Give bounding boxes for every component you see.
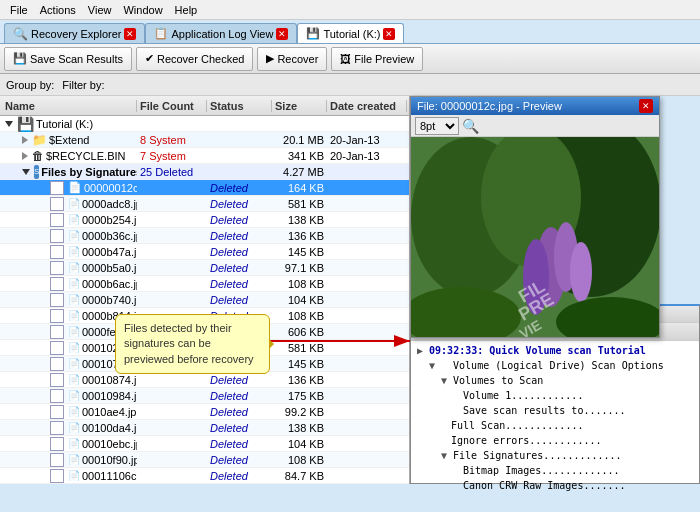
table-row[interactable]: 📄0000adc8.jpgDeleted581 KB (0, 196, 409, 212)
output-line: Volume 1............ (415, 388, 695, 403)
recover-checked-button[interactable]: ✔ Recover Checked (136, 47, 253, 71)
menu-actions[interactable]: Actions (34, 3, 82, 17)
output-line: ▶ 09:32:33: Quick Volume scan Tutorial (415, 343, 695, 358)
tab-close-tutorial[interactable]: ✕ (383, 28, 395, 40)
file-name: 🗑 $RECYCLE.BIN (2, 149, 137, 163)
callout-bubble: Files detected by their signatures can b… (115, 314, 270, 374)
output-line: Bitmap Images............. (415, 463, 695, 478)
file-name: 📄00010984.jpg (2, 389, 137, 403)
table-row[interactable]: 📄0000b6ac.jpgDeleted108 KB (0, 276, 409, 292)
table-row[interactable]: 📁 $Extend 8 System 20.1 MB 20-Jan-13 (0, 132, 409, 148)
table-row[interactable]: 📄00010984.jpgDeleted175 KB (0, 388, 409, 404)
recover-icon: ▶ (266, 52, 274, 65)
file-name: 📄0000b5a0.jpg (2, 261, 137, 275)
output-line: ▼ Volume (Logical Drive) Scan Options (415, 358, 695, 373)
table-row[interactable]: 🗑 $RECYCLE.BIN 7 System 341 KB 20-Jan-13 (0, 148, 409, 164)
file-date: 20-Jan-13 (327, 134, 407, 146)
file-name: 📄00010874.jpg (2, 373, 137, 387)
recover-checked-label: Recover Checked (157, 53, 244, 65)
file-name: 📁 $Extend (2, 133, 137, 147)
tab-applog[interactable]: 📋 Application Log View ✕ (145, 23, 297, 43)
col-name: Name (2, 100, 137, 112)
menu-help[interactable]: Help (169, 3, 204, 17)
col-date: Date created (327, 100, 407, 112)
tab-bar: 🔍 Recovery Explorer ✕ 📋 Application Log … (0, 20, 700, 44)
groupby-label: Group by: (6, 79, 54, 91)
table-row[interactable]: 📄0000b254.jpgDeleted138 KB (0, 212, 409, 228)
svg-point-9 (570, 242, 592, 302)
preview-window: File: 00000012c.jpg - Preview ✕ 8pt 16pt… (410, 96, 660, 338)
tab-close-applog[interactable]: ✕ (276, 28, 288, 40)
output-line: Ignore errors............ (415, 433, 695, 448)
output-content[interactable]: ▶ 09:32:33: Quick Volume scan Tutorial ▼… (411, 341, 699, 496)
save-scan-label: Save Scan Results (30, 53, 123, 65)
preview-title: File: 00000012c.jpg - Preview (417, 100, 562, 112)
file-list[interactable]: 💾 Tutorial (K:) 📁 $Extend 8 System 20.1 … (0, 116, 409, 484)
table-row[interactable]: 💾 Tutorial (K:) (0, 116, 409, 132)
preview-toolbar: 8pt 16pt 32pt 🔍 (411, 115, 659, 137)
file-date: 20-Jan-13 (327, 150, 407, 162)
file-preview-label: File Preview (354, 53, 414, 65)
file-name: 📄00100da4.jpg (2, 421, 137, 435)
tab-label: Application Log View (171, 28, 273, 40)
table-header: Name File Count Status Size Date created (0, 96, 409, 116)
file-size: 4.27 MB (272, 166, 327, 178)
file-count: 25 Deleted (137, 166, 207, 178)
preview-image: FIL PRE VIE (411, 137, 659, 337)
table-row[interactable]: 📄00011106c.jpgDeleted84.7 KB (0, 468, 409, 484)
save-icon: 💾 (13, 52, 27, 65)
zoom-icon[interactable]: 🔍 (462, 118, 479, 134)
table-row[interactable]: 📄0000b5a0.jpgDeleted97.1 KB (0, 260, 409, 276)
file-name: 📄0000b740.jpg (2, 293, 137, 307)
tab-recovery-explorer[interactable]: 🔍 Recovery Explorer ✕ (4, 23, 145, 43)
table-row[interactable]: 📄0010ae4.jpgDeleted99.2 KB (0, 404, 409, 420)
save-scan-button[interactable]: 💾 Save Scan Results (4, 47, 132, 71)
callout-text: Files detected by their signatures can b… (124, 322, 254, 365)
output-line: ▼ File Signatures............. (415, 448, 695, 463)
table-row[interactable]: 📄00010874.jpgDeleted136 KB (0, 372, 409, 388)
preview-titlebar: File: 00000012c.jpg - Preview ✕ (411, 97, 659, 115)
file-preview-button[interactable]: 🖼 File Preview (331, 47, 423, 71)
table-row[interactable]: 📄00000012c.jpg Deleted 164 KB (0, 180, 409, 196)
file-name: 📄00000012c.jpg (2, 181, 137, 195)
file-name: 📄0000adc8.jpg (2, 197, 137, 211)
table-row[interactable]: 📄00010ebc.jpgDeleted104 KB (0, 436, 409, 452)
menu-window[interactable]: Window (117, 3, 168, 17)
table-row[interactable]: 📄0000b47a.jpgDeleted145 KB (0, 244, 409, 260)
output-line: ▼ Volumes to Scan (415, 373, 695, 388)
file-name: 📄0000b254.jpg (2, 213, 137, 227)
files-by-signatures-row[interactable]: S Files by Signatures 25 Deleted 4.27 MB (0, 164, 409, 180)
recover-checked-icon: ✔ (145, 52, 154, 65)
table-row[interactable]: 📄00010f90.jpgDeleted108 KB (0, 452, 409, 468)
output-line: Scan Files... (415, 493, 695, 496)
output-line: Full Scan............. (415, 418, 695, 433)
tab-tutorial[interactable]: 💾 Tutorial (K:) ✕ (297, 23, 404, 43)
groupby-bar: Group by: Filter by: (0, 74, 700, 96)
zoom-select[interactable]: 8pt 16pt 32pt (415, 117, 459, 135)
recover-button[interactable]: ▶ Recover (257, 47, 327, 71)
file-name: 📄00011106c.jpg (2, 469, 137, 483)
file-name: 📄0000b6ac.jpg (2, 277, 137, 291)
tab-close-recovery[interactable]: ✕ (124, 28, 136, 40)
preview-icon: 🖼 (340, 53, 351, 65)
menu-file[interactable]: File (4, 3, 34, 17)
table-row[interactable]: 📄0000b740.jpgDeleted104 KB (0, 292, 409, 308)
preview-close-button[interactable]: ✕ (639, 99, 653, 113)
recover-label: Recover (277, 53, 318, 65)
file-name: 💾 Tutorial (K:) (2, 116, 137, 132)
col-size: Size (272, 100, 327, 112)
file-name: 📄0000b47a.jpg (2, 245, 137, 259)
file-name: S Files by Signatures (2, 165, 137, 179)
tab-label: Tutorial (K:) (323, 28, 380, 40)
output-line: Save scan results to....... (415, 403, 695, 418)
file-count: 8 System (137, 134, 207, 146)
table-row[interactable]: 📄0000b36c.jpgDeleted136 KB (0, 228, 409, 244)
table-row[interactable]: 📄00100da4.jpgDeleted138 KB (0, 420, 409, 436)
file-name: 📄0000b36c.jpg (2, 229, 137, 243)
col-count: File Count (137, 100, 207, 112)
file-size: 341 KB (272, 150, 327, 162)
menu-view[interactable]: View (82, 3, 118, 17)
file-name: 📄00010ebc.jpg (2, 437, 137, 451)
menu-bar: File Actions View Window Help (0, 0, 700, 20)
file-name: 📄0010ae4.jpg (2, 405, 137, 419)
